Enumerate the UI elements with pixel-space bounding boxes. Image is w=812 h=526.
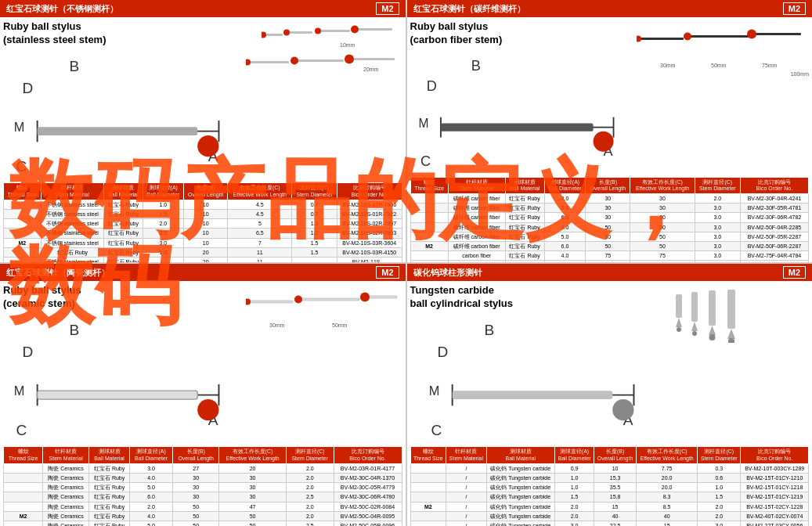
table-cell: 3.0 [695,204,740,213]
table-row: 陶瓷 Ceramics红宝石 Ruby4.030302.0BV-M2-30C-0… [4,474,402,483]
table-row: 陶瓷 Ceramics红宝石 Ruby5.050502.5BV-M2-50C-0… [4,521,402,526]
table-row: /碳化钨 Tungsten carbide2.040402.0BV-M2-40T… [410,511,809,521]
th-ball-mat-c: 测球材质Ball Material [505,177,544,194]
table-row: 碳纤维 carbon fiber红宝石 Ruby5.050503.0BV-M2-… [410,232,809,241]
table-cell: 1.0 [554,474,594,483]
table-cell [4,247,42,257]
th-stem-dia-ce: 测杆直径(C)Stem Diameter [286,447,334,464]
table-cell: 40 [637,511,698,521]
table-cell: 40 [594,511,637,521]
table-cell [292,257,337,262]
table-cell: 4.0 [130,511,173,521]
svg-rect-10 [265,34,283,36]
svg-rect-59 [367,296,397,298]
table-cell: 20.0 [637,483,698,492]
th-length: 长度(B)Overall Length [184,183,228,200]
table-cell: 红宝石 Ruby [89,474,130,483]
section-tungsten: 碳化钨球柱形测针 M2 Tungsten carbide ball cylind… [407,264,813,526]
table-cell: 20 [184,257,228,262]
table-cell [4,219,42,229]
svg-marker-77 [691,322,698,331]
table-cell: M2 [410,502,446,511]
diagram-ceramic: B D M A C [3,314,243,442]
th-stem-mat-t: 针杆材质Stem Material [446,447,486,464]
section-right-carbon: 30mm 50mm 75mm 100mm [637,20,809,172]
table-cell: 7 [228,238,292,247]
table-cell: 2.0 [698,511,741,521]
stylus-images2-stainless: 20mm [246,49,402,73]
svg-rect-54 [38,391,198,399]
th-stem-dia: 测杆直径(C)Stem Diameter [292,183,337,200]
table-cell: 2.0 [554,511,594,521]
table-cell [4,257,42,262]
table-cell: 30 [219,474,287,483]
table-cell: 5 [228,219,292,229]
table-cell: 红宝石 Ruby [104,247,143,257]
svg-point-78 [692,331,697,336]
table-cell: 碳纤维 carbon fiber [448,260,505,262]
table-cell: / [446,492,486,502]
svg-text:C: C [431,422,442,438]
table-cell: 11 [228,257,292,262]
table-cell: BV-M2-22T-03CY-0056 [741,521,809,526]
svg-marker-80 [709,326,716,335]
section-right-stainless: 10mm [246,20,402,178]
top-part-ceramic: Ruby ball stylus (ceramic stem) B D M A … [3,284,402,441]
table-cell: 碳纤维 carbon fiber [448,204,505,213]
table-cell: BV-M2-50F-05R-2287 [740,232,808,241]
top-part-stainless: Ruby ball stylus (stainless steel stem) … [3,20,402,178]
svg-text:30mm: 30mm [269,322,285,328]
svg-text:C: C [16,158,27,175]
table-row: M2碳纤维 carbon fiber红宝石 Ruby6.050503.0BV-M… [410,241,809,250]
table-cell [4,474,43,483]
table-cell: 47 [219,502,287,511]
svg-text:B: B [484,322,494,338]
table-cell: 2.0 [286,483,334,492]
data-table-tungsten: 螺纹Thread Size 针杆材质Stem Material 测球材质Ball… [410,446,810,526]
table-cell: 30 [630,213,695,222]
table-row: 陶瓷 Ceramics红宝石 Ruby2.050472.0BV-M2-50C-0… [4,502,402,511]
table-cell: 1.0 [143,247,184,257]
table-cell: M2 [410,241,448,250]
table-cell: 陶瓷 Ceramics [43,474,89,483]
table-cell: 2.5 [286,492,334,502]
svg-rect-79 [709,290,716,326]
table-cell: 10 [184,210,228,219]
table-cell: 5.0 [544,232,586,241]
table-cell: BV-M2-10S-02R-7897 [337,219,402,229]
diagram-carbon: B D M A C [410,50,634,172]
svg-rect-55 [250,301,293,303]
table-row: 陶瓷 Ceramics红宝石 Ruby5.030302.0BV-M2-30C-0… [4,483,402,492]
table-cell: 红宝石 Ruby [104,229,143,238]
svg-text:M: M [418,116,428,129]
table-cell: 6.0 [130,492,173,502]
table-cell: 2.0 [286,502,334,511]
svg-text:M: M [428,383,439,397]
svg-rect-9 [38,127,198,135]
table-cell: / [446,464,486,474]
table-cell: 1.5 [698,492,741,502]
m2-badge-ceramic: M2 [376,266,399,279]
svg-point-11 [262,32,266,38]
table-cell: 5.0 [544,204,586,213]
table-cell: / [446,483,486,492]
section-content-ceramic: Ruby ball stylus (ceramic stem) B D M A … [0,281,406,526]
table-cell: 4.5 [228,210,292,219]
th-ball-mat-t: 测球材质Ball Material [486,447,554,464]
table-cell: 3.0 [130,464,173,474]
svg-point-53 [197,399,218,420]
table-cell: 陶瓷 Ceramics [43,511,89,521]
th-stem-mat-ce: 针杆材质Stem Material [43,447,89,464]
table-cell: 50 [630,222,695,232]
table-row: 不锈钢 stainless steel红宝石 Ruby2.01051.0BV-M… [4,219,402,229]
svg-rect-19 [250,61,289,63]
table-cell: 碳化钨 Tungsten carbide [486,492,554,502]
table-cell: 50 [173,502,219,511]
table-ceramic: 螺纹Thread Size 针杆材质Stem Material 测球材质Ball… [3,445,402,526]
stylus-svg-carbon: 30mm 50mm 75mm [637,20,809,71]
product-title-stainless: Ruby ball stylus (stainless steel stem) [3,20,243,47]
table-cell: 陶瓷 Ceramics [43,464,89,474]
svg-text:50mm: 50mm [332,322,348,328]
table-cell: 5.0 [130,483,173,492]
th-ball-dia-c: 测球直径(A)Ball Diameter [544,177,586,194]
